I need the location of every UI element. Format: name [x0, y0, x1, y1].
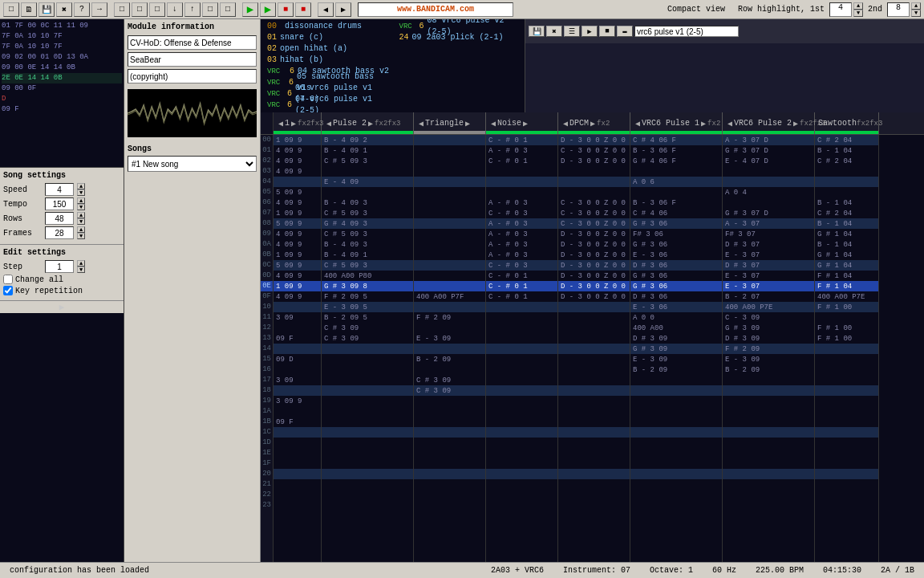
rows-up[interactable]: ▲ [77, 212, 85, 218]
note-cell-5-29[interactable] [630, 438, 722, 448]
frames-up[interactable]: ▲ [77, 226, 85, 233]
note-cell-6-15[interactable]: B - 2 07 [723, 291, 814, 302]
note-cell-5-15[interactable]: D # 3 06 [630, 291, 722, 302]
note-cell-1-3[interactable] [322, 166, 413, 177]
note-cell-6-22[interactable]: B - 2 09 [723, 364, 814, 375]
note-cell-4-32[interactable] [558, 469, 630, 479]
note-cell-1-29[interactable] [322, 438, 413, 448]
note-cell-3-1[interactable]: A - # 0 3 [486, 145, 557, 156]
note-cell-2-33[interactable] [414, 479, 485, 490]
toolbar-btn-1[interactable]: □ [3, 2, 19, 17]
note-cell-2-21[interactable]: B - 2 09 [414, 354, 485, 364]
note-cell-4-25[interactable] [558, 396, 630, 406]
step-down[interactable]: ▼ [77, 267, 85, 273]
note-cell-6-12[interactable]: D # 3 07 [723, 260, 814, 271]
note-cell-2-10[interactable] [414, 239, 485, 250]
note-cell-2-34[interactable] [414, 490, 485, 500]
note-cell-7-10[interactable]: B - 1 04 [815, 239, 878, 250]
speed-input[interactable] [45, 183, 74, 196]
note-cell-2-3[interactable] [414, 166, 485, 177]
play-button[interactable]: ▶ [242, 2, 258, 17]
note-cell-4-14[interactable]: D - 3 0 0 Z 0 0 [558, 281, 630, 291]
note-cell-5-30[interactable] [630, 448, 722, 458]
note-cell-2-1[interactable] [414, 145, 485, 156]
note-cell-1-23[interactable] [322, 375, 413, 385]
note-cell-7-13[interactable]: F # 1 04 [815, 271, 878, 281]
note-cell-0-35[interactable] [274, 500, 321, 511]
note-cell-6-8[interactable]: A - 3 07 [723, 218, 814, 229]
vrc6p2-prev[interactable]: ◀ [727, 119, 732, 128]
note-cell-1-13[interactable]: 400 A00 P80 [322, 271, 413, 281]
toolbar-btn-7[interactable]: □ [114, 2, 130, 17]
next-btn[interactable]: ▶ [335, 2, 351, 17]
note-cell-3-28[interactable] [486, 427, 557, 438]
note-cell-1-20[interactable] [322, 344, 413, 354]
note-cell-3-4[interactable] [486, 177, 557, 187]
note-cell-3-2[interactable]: C - # 0 1 [486, 156, 557, 166]
note-cell-4-31[interactable] [558, 458, 630, 469]
note-cell-0-23[interactable]: 3 09 [274, 375, 321, 385]
note-cell-6-11[interactable]: E - 3 07 [723, 250, 814, 260]
note-cell-0-24[interactable] [274, 385, 321, 396]
note-cell-7-31[interactable] [815, 458, 878, 469]
note-cell-7-6[interactable]: B - 1 04 [815, 197, 878, 208]
note-cell-5-22[interactable]: B - 2 09 [630, 364, 722, 375]
note-cell-1-25[interactable] [322, 396, 413, 406]
note-cell-4-8[interactable]: C - 3 0 0 Z 0 0 [558, 218, 630, 229]
note-cell-4-13[interactable]: D - 3 0 0 Z 0 0 [558, 271, 630, 281]
note-cell-1-16[interactable]: E - 3 09 5 [322, 302, 413, 312]
note-cell-0-3[interactable]: 4 09 9 [274, 166, 321, 177]
note-cell-0-5[interactable]: 5 09 9 [274, 187, 321, 197]
note-cell-1-11[interactable]: B - 4 09 1 [322, 250, 413, 260]
ct-btn-5[interactable]: ■ [599, 26, 615, 37]
note-cell-7-11[interactable]: G # 1 04 [815, 250, 878, 260]
note-cell-3-14[interactable]: C - # 0 1 [486, 281, 557, 291]
note-cell-5-5[interactable] [630, 187, 722, 197]
note-cell-0-19[interactable]: 09 F [274, 333, 321, 344]
note-cell-0-18[interactable] [274, 323, 321, 333]
note-cell-0-0[interactable]: 1 09 9 [274, 135, 321, 145]
note-cell-1-34[interactable] [322, 490, 413, 500]
note-cell-5-2[interactable]: G # 4 06 F [630, 156, 722, 166]
note-cell-4-5[interactable] [558, 187, 630, 197]
note-cell-1-21[interactable] [322, 354, 413, 364]
note-cell-2-31[interactable] [414, 458, 485, 469]
note-cell-3-18[interactable] [486, 323, 557, 333]
note-cell-0-1[interactable]: 4 09 9 [274, 145, 321, 156]
note-cell-1-26[interactable] [322, 406, 413, 417]
note-cell-2-26[interactable] [414, 406, 485, 417]
note-cell-5-23[interactable] [630, 375, 722, 385]
prev-btn[interactable]: ◀ [318, 2, 334, 17]
note-cell-7-20[interactable] [815, 344, 878, 354]
note-cell-1-10[interactable]: B - 4 09 3 [322, 239, 413, 250]
note-cell-5-17[interactable]: A 0 0 [630, 312, 722, 323]
note-cell-7-7[interactable]: C # 2 04 [815, 208, 878, 218]
note-cell-3-10[interactable]: A - # 0 3 [486, 239, 557, 250]
note-cell-4-15[interactable]: D - 3 0 0 Z 0 0 [558, 291, 630, 302]
note-cell-3-21[interactable] [486, 354, 557, 364]
channel-col-6[interactable]: A - 3 07 DG # 3 07 DE - 4 07 DA 0 4G # 3… [723, 135, 815, 562]
note-cell-3-24[interactable] [486, 385, 557, 396]
rows-down[interactable]: ▼ [77, 218, 85, 225]
note-cell-7-15[interactable]: 400 A00 P7E [815, 291, 878, 302]
note-cell-3-9[interactable]: A - # 0 3 [486, 229, 557, 239]
note-cell-7-17[interactable] [815, 312, 878, 323]
note-cell-5-34[interactable] [630, 490, 722, 500]
note-cell-1-31[interactable] [322, 458, 413, 469]
note-cell-1-35[interactable] [322, 500, 413, 511]
note-cell-5-9[interactable]: F# 3 06 [630, 229, 722, 239]
note-grid[interactable]: 000102030405060708090A0B0C0D0E0F10111213… [261, 135, 924, 562]
vrc6p2-next[interactable]: ▶ [793, 119, 798, 128]
note-cell-2-13[interactable] [414, 271, 485, 281]
note-cell-5-28[interactable] [630, 427, 722, 438]
note-cell-0-15[interactable]: 4 09 9 [274, 291, 321, 302]
toolbar-btn-4[interactable]: ✖ [56, 2, 72, 17]
note-cell-4-12[interactable]: D - 3 0 0 Z 0 0 [558, 260, 630, 271]
note-cell-3-7[interactable]: C - # 0 3 [486, 208, 557, 218]
note-cell-7-35[interactable] [815, 500, 878, 511]
note-cell-3-31[interactable] [486, 458, 557, 469]
note-cell-2-28[interactable] [414, 427, 485, 438]
toolbar-btn-12[interactable]: □ [202, 2, 218, 17]
note-cell-6-35[interactable] [723, 500, 814, 511]
note-cell-4-19[interactable] [558, 333, 630, 344]
